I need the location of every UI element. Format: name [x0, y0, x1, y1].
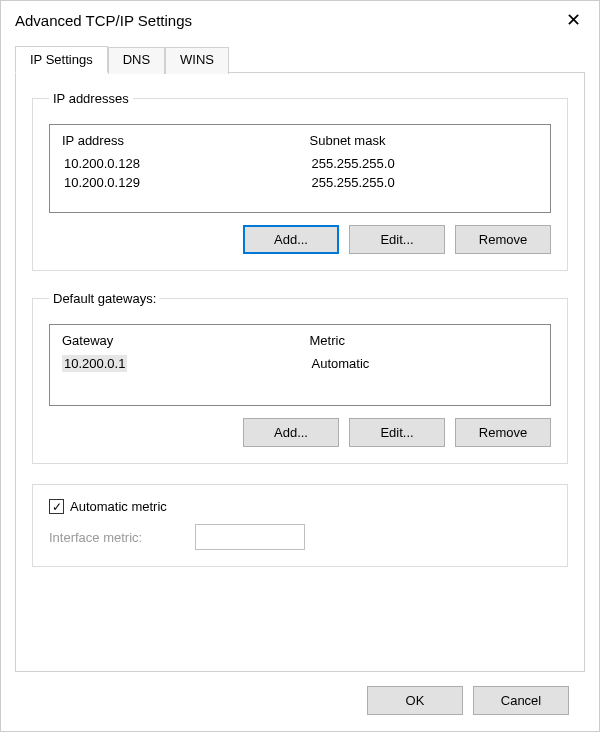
dialog-buttons: OK Cancel	[15, 672, 585, 731]
cell-mask: 255.255.255.0	[310, 174, 397, 191]
automatic-metric-label: Automatic metric	[70, 499, 167, 514]
gateways-legend: Default gateways:	[49, 291, 160, 306]
table-row[interactable]: 10.200.0.128 255.255.255.0	[62, 154, 538, 173]
close-icon[interactable]: ✕	[559, 9, 587, 31]
cell-ip: 10.200.0.129	[62, 174, 142, 191]
header-ip-address: IP address	[62, 133, 310, 148]
tab-dns[interactable]: DNS	[108, 47, 165, 74]
header-metric: Metric	[310, 333, 538, 348]
metric-group: ✓ Automatic metric Interface metric:	[32, 484, 568, 567]
header-subnet-mask: Subnet mask	[310, 133, 538, 148]
ip-addresses-legend: IP addresses	[49, 91, 133, 106]
remove-ip-button[interactable]: Remove	[455, 225, 551, 254]
interface-metric-input	[195, 524, 305, 550]
add-ip-button[interactable]: Add...	[243, 225, 339, 254]
tab-ip-settings[interactable]: IP Settings	[15, 46, 108, 73]
gateways-header: Gateway Metric	[62, 333, 538, 348]
table-row[interactable]: 10.200.0.129 255.255.255.0	[62, 173, 538, 192]
content-area: IP Settings DNS WINS IP addresses IP add…	[1, 39, 599, 731]
interface-metric-row: Interface metric:	[49, 524, 551, 550]
ip-addresses-group: IP addresses IP address Subnet mask 10.2…	[32, 91, 568, 271]
cell-metric: Automatic	[310, 355, 372, 372]
tab-strip: IP Settings DNS WINS	[15, 45, 585, 72]
table-row[interactable]: 10.200.0.1 Automatic	[62, 354, 538, 373]
tab-wins[interactable]: WINS	[165, 47, 229, 74]
gateways-buttons: Add... Edit... Remove	[49, 418, 551, 447]
ip-addresses-list[interactable]: IP address Subnet mask 10.200.0.128 255.…	[49, 124, 551, 213]
ip-addresses-buttons: Add... Edit... Remove	[49, 225, 551, 254]
tab-body-ip-settings: IP addresses IP address Subnet mask 10.2…	[15, 72, 585, 672]
ok-button[interactable]: OK	[367, 686, 463, 715]
header-gateway: Gateway	[62, 333, 310, 348]
ip-addresses-header: IP address Subnet mask	[62, 133, 538, 148]
edit-ip-button[interactable]: Edit...	[349, 225, 445, 254]
gateways-list[interactable]: Gateway Metric 10.200.0.1 Automatic	[49, 324, 551, 406]
interface-metric-label: Interface metric:	[49, 530, 183, 545]
automatic-metric-row: ✓ Automatic metric	[49, 499, 551, 514]
add-gateway-button[interactable]: Add...	[243, 418, 339, 447]
cell-ip: 10.200.0.128	[62, 155, 142, 172]
cell-gateway: 10.200.0.1	[62, 355, 127, 372]
edit-gateway-button[interactable]: Edit...	[349, 418, 445, 447]
titlebar: Advanced TCP/IP Settings ✕	[1, 1, 599, 39]
cancel-button[interactable]: Cancel	[473, 686, 569, 715]
window-title: Advanced TCP/IP Settings	[15, 12, 192, 29]
automatic-metric-checkbox[interactable]: ✓	[49, 499, 64, 514]
gateways-group: Default gateways: Gateway Metric 10.200.…	[32, 291, 568, 464]
remove-gateway-button[interactable]: Remove	[455, 418, 551, 447]
dialog-window: Advanced TCP/IP Settings ✕ IP Settings D…	[0, 0, 600, 732]
cell-mask: 255.255.255.0	[310, 155, 397, 172]
